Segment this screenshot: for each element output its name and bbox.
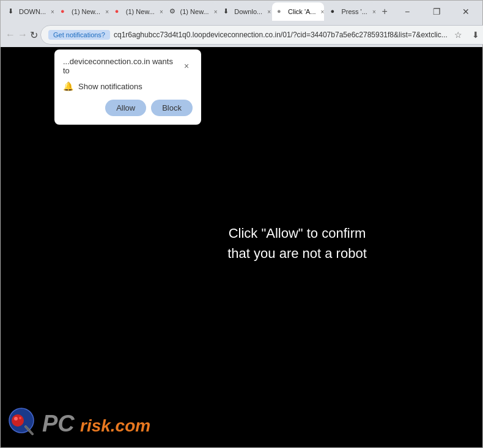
address-text: cq1r6aghubcc73d4t1q0.loopdeviceconnectio… bbox=[114, 31, 448, 39]
main-text-line1: Click "Allow" to confirm bbox=[227, 223, 367, 243]
tab-4-icon: ⚙ bbox=[169, 7, 178, 16]
svg-point-1 bbox=[12, 414, 24, 427]
svg-text:risk.com: risk.com bbox=[80, 416, 150, 435]
main-text-line2: that you are not a robot bbox=[227, 243, 367, 263]
tab-7[interactable]: ● Press '... × bbox=[325, 2, 376, 21]
tab-3-label: (1) New... bbox=[126, 8, 155, 15]
svg-point-3 bbox=[19, 417, 21, 419]
tab-6-close[interactable]: × bbox=[319, 7, 325, 16]
tab-5-close[interactable]: × bbox=[265, 7, 271, 16]
tab-1-close[interactable]: × bbox=[48, 7, 54, 16]
close-button[interactable]: ✕ bbox=[452, 2, 480, 21]
tab-7-icon: ● bbox=[330, 7, 339, 16]
forward-button[interactable]: → bbox=[18, 25, 28, 45]
tab-2-icon: ● bbox=[61, 7, 69, 16]
tab-1[interactable]: ⬇ DOWN... × bbox=[3, 2, 54, 21]
restore-button[interactable]: ❐ bbox=[422, 2, 451, 21]
tab-5[interactable]: ⬇ Downlo... × bbox=[218, 2, 271, 21]
pcrisk-text-icon: PC risk.com bbox=[42, 409, 177, 436]
address-bar[interactable]: Get notifications? cq1r6aghubcc73d4t1q0.… bbox=[40, 25, 483, 45]
tab-2-label: (1) New... bbox=[72, 8, 100, 15]
tab-2-close[interactable]: × bbox=[103, 7, 109, 16]
popup-notification-row: 🔔 Show notifications bbox=[63, 81, 193, 91]
tab-6-icon: ● bbox=[277, 7, 286, 16]
reload-button[interactable]: ↻ bbox=[30, 25, 38, 45]
tab-4[interactable]: ⚙ (1) New... × bbox=[164, 2, 218, 21]
tab-3-icon: ● bbox=[115, 7, 124, 16]
tab-5-label: Downlo... bbox=[234, 8, 262, 15]
bell-icon: 🔔 bbox=[63, 81, 73, 91]
title-bar: ⬇ DOWN... × ● (1) New... × ● (1) New... … bbox=[1, 1, 482, 23]
notification-popup: ...deviceconnection.co.in wants to × 🔔 S… bbox=[54, 50, 201, 125]
address-icons: ☆ ⬇ 👤 bbox=[451, 28, 483, 42]
new-tab-button[interactable]: + bbox=[377, 3, 392, 20]
popup-header: ...deviceconnection.co.in wants to × bbox=[63, 57, 193, 75]
window-controls: − ❐ ✕ bbox=[393, 2, 480, 21]
bookmark-icon[interactable]: ☆ bbox=[451, 28, 466, 42]
tab-1-icon: ⬇ bbox=[8, 7, 17, 16]
notification-label: Show notifications bbox=[78, 82, 142, 91]
tab-3-close[interactable]: × bbox=[157, 7, 163, 16]
block-button[interactable]: Block bbox=[151, 100, 193, 116]
tab-5-icon: ⬇ bbox=[223, 7, 232, 16]
tab-2[interactable]: ● (1) New... × bbox=[56, 2, 109, 21]
pcrisk-watermark: PC risk.com bbox=[8, 407, 177, 439]
popup-buttons: Allow Block bbox=[63, 100, 193, 116]
tab-3[interactable]: ● (1) New... × bbox=[110, 2, 163, 21]
popup-close-button[interactable]: × bbox=[180, 60, 193, 72]
nav-bar: ← → ↻ Get notifications? cq1r6aghubcc73d… bbox=[1, 23, 482, 47]
allow-button[interactable]: Allow bbox=[105, 100, 146, 116]
pcrisk-logo-icon bbox=[8, 407, 40, 439]
minimize-button[interactable]: − bbox=[393, 2, 421, 21]
svg-point-2 bbox=[14, 417, 18, 420]
main-page-text: Click "Allow" to confirm that you are no… bbox=[227, 223, 367, 263]
tab-1-label: DOWN... bbox=[19, 8, 46, 15]
tab-6[interactable]: ● Click 'A... × bbox=[272, 2, 324, 21]
svg-text:PC: PC bbox=[42, 411, 75, 436]
browser-window: ⬇ DOWN... × ● (1) New... × ● (1) New... … bbox=[0, 0, 483, 448]
tab-7-close[interactable]: × bbox=[370, 7, 376, 16]
tab-4-label: (1) New... bbox=[180, 8, 209, 15]
tab-4-close[interactable]: × bbox=[212, 7, 218, 16]
page-content: ...deviceconnection.co.in wants to × 🔔 S… bbox=[1, 47, 482, 447]
tab-6-label: Click 'A... bbox=[288, 8, 316, 15]
back-button[interactable]: ← bbox=[6, 25, 15, 45]
download-icon[interactable]: ⬇ bbox=[468, 28, 483, 42]
popup-title: ...deviceconnection.co.in wants to bbox=[63, 57, 180, 75]
tab-7-label: Press '... bbox=[341, 8, 367, 15]
get-notifications-button[interactable]: Get notifications? bbox=[48, 30, 110, 40]
